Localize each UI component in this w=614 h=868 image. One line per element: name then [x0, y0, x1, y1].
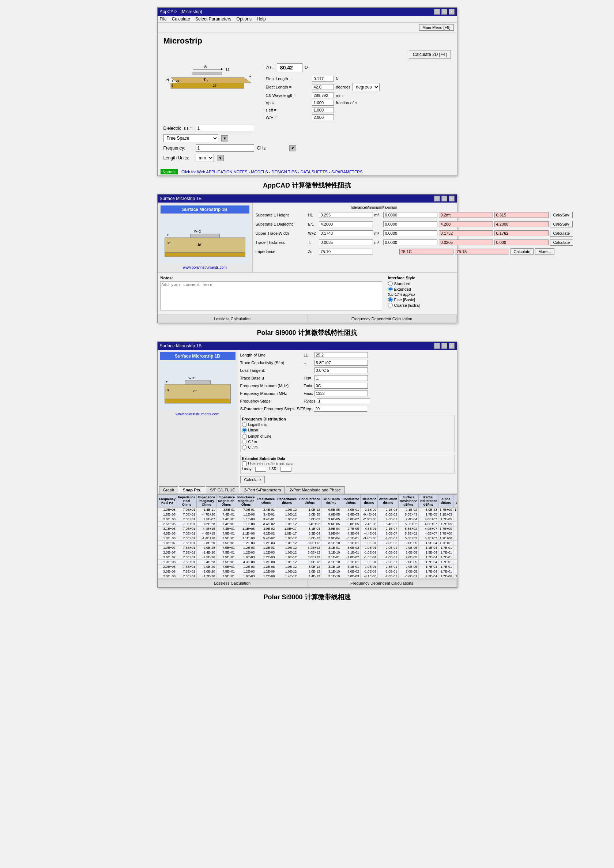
polar1-substrate-height-max[interactable] [495, 212, 549, 218]
polar2-loss-tangent-input[interactable] [315, 367, 368, 373]
polar2-calc-button[interactable]: Calculate [240, 476, 265, 484]
polar1-substrate-height-min[interactable] [439, 212, 493, 218]
maximize-button[interactable]: □ [441, 9, 447, 15]
polar2-freq-steps-input[interactable] [317, 398, 370, 404]
polar1-substrate-height-input[interactable] [319, 212, 373, 218]
polar2-length-input[interactable] [315, 352, 368, 358]
polar1-impedance-min[interactable] [399, 249, 453, 254]
status-link[interactable]: Click for Web APPLICATION NOTES - MODELS… [181, 170, 363, 174]
polar1-calc-btn-5[interactable]: Calculate [510, 248, 534, 255]
table-cell: 7.0E-01 [236, 507, 256, 512]
polar2-lossless-btn[interactable]: Lossless Calculation [158, 579, 307, 587]
polar2-conductivity-input[interactable] [315, 360, 368, 366]
table-cell: -3.4E+05 [360, 536, 378, 541]
svg-text:T:: T: [165, 381, 168, 384]
menu-options[interactable]: Options [237, 17, 251, 22]
polar2-isotropic-checkbox[interactable] [242, 462, 247, 466]
polar1-fine-radio[interactable] [388, 297, 393, 302]
menu-select-parameters[interactable]: Select Parameters [195, 17, 231, 22]
polar1-trace-thickness-max[interactable] [495, 239, 549, 245]
polar1-trace-width-min[interactable] [439, 230, 493, 236]
tol-header-maximum: Maximum [381, 206, 397, 209]
freespace-dropdown-arrow[interactable]: ▼ [221, 135, 229, 141]
frequency-input[interactable] [195, 144, 254, 152]
close-button[interactable]: × [449, 9, 454, 15]
polar2-website[interactable]: www.polarinstruments.com [160, 412, 236, 416]
menu-help[interactable]: Help [257, 17, 266, 22]
polar1-trace-width-input[interactable] [319, 230, 373, 236]
table-cell: -4.7E+20 [197, 512, 217, 517]
polar2-freq-min-input[interactable] [315, 383, 368, 389]
polar1-calc-btn-2[interactable]: Calc/Sav [550, 221, 573, 228]
polar1-dielectric-max[interactable] [495, 221, 549, 227]
table-cell: 9.6E-05 [321, 507, 341, 512]
calculate-2d-button[interactable]: Calculate 2D [F4] [409, 50, 451, 59]
polar1-more-button[interactable]: More... [535, 248, 554, 255]
polar2-cpm-radio[interactable] [242, 445, 247, 450]
table-row: 2.0E+057.0E+017.5E-077.4E+011.1E-083.4E-… [158, 517, 457, 522]
table-cell: 1.7E-01 [439, 560, 453, 564]
dielectric-input[interactable] [195, 125, 254, 132]
polar2-freq-max-input[interactable] [315, 391, 368, 396]
polar1-maximize-button[interactable]: □ [441, 195, 447, 202]
polar2-ll-radio[interactable] [242, 434, 247, 439]
tab-sp-cl-fluc[interactable]: S/P C/L FLUC [206, 486, 239, 494]
polar1-trace-thickness-input[interactable] [319, 239, 373, 245]
polar2-freq-dependent-btn[interactable]: Frequency Dependent Calculations [307, 579, 457, 587]
polar1-diagram-panel: Surface Microstrip 1B W+2 H1 Er [158, 203, 253, 273]
polar1-impedance-input[interactable] [319, 249, 373, 254]
table-cell: 3.4E+02 [298, 522, 321, 527]
polar1-lossless-btn[interactable]: Lossless Calculation [158, 315, 307, 323]
polar1-er1-field: Er1 [308, 222, 318, 226]
elect-length-unit-select[interactable]: degrees radians [352, 83, 380, 91]
polar2-linear-radio[interactable] [242, 428, 247, 432]
polar1-extended-radio[interactable] [388, 287, 393, 291]
polar2-lsr-input[interactable] [281, 467, 291, 472]
length-units-select[interactable]: mm [195, 154, 214, 162]
polar1-close-button[interactable]: × [449, 195, 454, 202]
polar2-lossy-input[interactable] [255, 467, 266, 472]
table-cell: 3.0E-43 [419, 507, 439, 512]
polar1-dielectric-min[interactable] [439, 221, 493, 227]
polar1-fine-radio-row: Fine [Basic] [388, 297, 454, 302]
freespace-select[interactable]: Free Space [163, 134, 218, 142]
polar1-substrate-height-tol[interactable] [383, 212, 437, 218]
polar2-s-param-steps-input[interactable] [314, 406, 367, 412]
polar1-trace-width-tol[interactable] [383, 230, 437, 236]
menu-calculate[interactable]: Calculate [172, 17, 190, 22]
table-cell: 1.2E-03 [256, 541, 276, 546]
polar1-dielectric-input[interactable] [319, 221, 373, 227]
table-cell: 1.752 [453, 512, 457, 517]
tab-2port-magnitude[interactable]: 2-Port Magnitude and Phase [285, 486, 345, 494]
minimize-button[interactable]: − [434, 9, 440, 15]
tab-snap-pts[interactable]: Snap Pts. [179, 486, 205, 494]
polar1-impedance-max[interactable] [455, 249, 509, 254]
polar2-maximize-button[interactable]: □ [441, 343, 447, 349]
menu-file[interactable]: File [160, 17, 167, 22]
table-cell: 1.0E-12 [276, 560, 298, 564]
tab-graph[interactable]: Graph [159, 486, 178, 494]
length-units-dropdown[interactable]: ▼ [217, 155, 224, 161]
polar2-trace-thickness-input[interactable] [315, 375, 368, 381]
frequency-unit-dropdown[interactable]: ▼ [289, 145, 296, 151]
polar1-trace-width-max[interactable] [495, 230, 549, 236]
polar1-notes-input[interactable] [161, 281, 382, 310]
polar1-trace-thickness-min[interactable] [439, 239, 493, 245]
polar1-calc-btn-4[interactable]: Calculate [550, 239, 574, 246]
polar1-coarse-radio[interactable] [388, 303, 393, 307]
polar2-logarithmic-radio[interactable] [242, 422, 247, 427]
main-menu-button[interactable]: Main Menu [F8] [419, 24, 453, 31]
polar1-calc-btn-1[interactable]: Calc/Sav [550, 212, 573, 218]
polar1-trace-thickness-tol[interactable] [383, 239, 437, 245]
polar2-cm-radio[interactable] [242, 440, 247, 444]
polar1-dielectric-tol[interactable] [383, 221, 437, 227]
polar1-minimize-button[interactable]: − [434, 195, 440, 202]
polar1-freq-dependent-btn[interactable]: Frequency Dependent Calculation [307, 315, 457, 323]
tab-2port-s-params[interactable]: 2-Port S-Parameters [240, 486, 285, 494]
polar1-standard-radio[interactable] [388, 281, 393, 286]
polar1-calc-btn-3[interactable]: Calculate [550, 230, 574, 237]
polar2-minimize-button[interactable]: − [434, 343, 440, 349]
polar1-website[interactable]: www.polarinstruments.com [161, 265, 250, 270]
col-skin-depth: Skin DepthdB/ms [321, 495, 341, 507]
polar2-close-button[interactable]: × [449, 343, 454, 349]
